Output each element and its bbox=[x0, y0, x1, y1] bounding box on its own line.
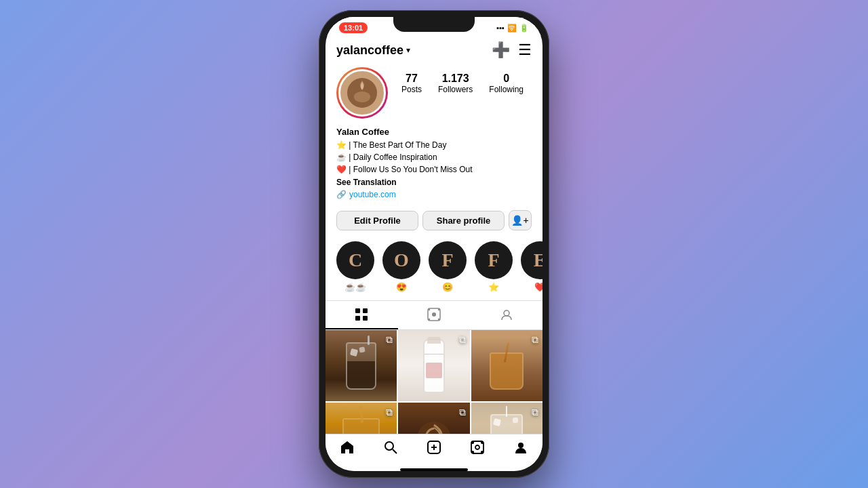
grid-item-1[interactable]: ⧉ bbox=[326, 330, 397, 401]
main-content: yalancoffee ▾ ➕ ☰ bbox=[326, 36, 542, 434]
username: yalancoffee bbox=[336, 43, 403, 58]
avatar-image bbox=[342, 73, 382, 113]
svg-point-21 bbox=[475, 445, 479, 449]
svg-line-16 bbox=[393, 449, 397, 453]
svg-point-15 bbox=[385, 442, 393, 450]
svg-point-23 bbox=[481, 442, 483, 443]
avatar-wrap bbox=[336, 67, 388, 119]
highlight-f2[interactable]: F ⭐ bbox=[475, 241, 513, 292]
search-icon bbox=[383, 440, 398, 455]
highlight-f1[interactable]: F 😊 bbox=[429, 241, 467, 292]
username-dropdown-icon[interactable]: ▾ bbox=[406, 45, 410, 55]
grid-overlay-icon-4: ⧉ bbox=[386, 407, 393, 418]
posts-label: Posts bbox=[401, 85, 422, 94]
grid-overlay-icon-1: ⧉ bbox=[386, 334, 393, 346]
see-translation[interactable]: See Translation bbox=[336, 178, 532, 187]
highlight-e[interactable]: E ❤️ bbox=[521, 241, 542, 292]
nav-profile[interactable] bbox=[513, 440, 528, 455]
tab-tagged[interactable] bbox=[470, 301, 542, 329]
followers-label: Followers bbox=[438, 85, 473, 94]
grid-tab-icon bbox=[355, 308, 368, 321]
share-profile-button[interactable]: Share profile bbox=[422, 211, 505, 230]
stats-row: 77 Posts 1.173 Followers 0 Following bbox=[326, 64, 542, 127]
content-tabs bbox=[326, 300, 542, 330]
following-count: 0 bbox=[503, 73, 509, 85]
highlight-circle-f1: F bbox=[429, 241, 467, 279]
signal-icon: ▪▪▪ bbox=[496, 24, 505, 32]
reels-icon bbox=[470, 440, 485, 455]
svg-rect-3 bbox=[355, 308, 360, 313]
grid-item-4[interactable]: ⧉ bbox=[326, 403, 397, 434]
grid-overlay-icon-5: ⧉ bbox=[459, 407, 466, 418]
highlight-circle-e: E bbox=[521, 241, 542, 279]
tab-reels[interactable] bbox=[398, 301, 471, 329]
grid-overlay-icon-3: ⧉ bbox=[532, 334, 538, 346]
phone-screen: 13:01 ▪▪▪ 🛜 🔋 yalancoffee ▾ ➕ ☰ bbox=[326, 17, 542, 471]
highlight-emoji-f2: ⭐ bbox=[488, 282, 499, 292]
svg-point-26 bbox=[518, 443, 524, 448]
grid-item-3[interactable]: ⧉ bbox=[471, 330, 542, 401]
battery-icon: 🔋 bbox=[519, 24, 529, 33]
svg-rect-4 bbox=[363, 308, 368, 313]
bio-link[interactable]: 🔗 youtube.com bbox=[336, 190, 532, 199]
svg-point-13 bbox=[504, 310, 509, 316]
bio-name: Yalan Coffee bbox=[336, 127, 532, 137]
tab-grid[interactable] bbox=[326, 301, 398, 329]
bio-line-1: ⭐ | The Best Part Of The Day bbox=[336, 139, 532, 151]
svg-point-12 bbox=[438, 319, 439, 320]
highlights-row: C ☕☕ O 😍 F 😊 F ⭐ E ❤️ bbox=[326, 236, 542, 300]
home-icon bbox=[340, 440, 355, 455]
highlight-emoji-o: 😍 bbox=[396, 282, 407, 292]
add-post-icon[interactable]: ➕ bbox=[492, 41, 510, 59]
svg-point-11 bbox=[429, 319, 430, 320]
avatar[interactable] bbox=[338, 69, 386, 117]
bottom-nav bbox=[326, 434, 542, 466]
posts-stat[interactable]: 77 Posts bbox=[401, 73, 422, 94]
reels-tab-icon bbox=[427, 308, 441, 321]
svg-point-22 bbox=[472, 442, 473, 443]
highlight-circle-o: O bbox=[382, 241, 420, 279]
grid-item-6[interactable]: Iced Latte ⧉ bbox=[471, 403, 542, 434]
nav-home[interactable] bbox=[340, 440, 355, 455]
link-icon: 🔗 bbox=[336, 190, 347, 199]
bio-line-2: ☕ | Daily Coffee Inspiration bbox=[336, 151, 532, 163]
add-person-icon: 👤+ bbox=[511, 215, 528, 226]
highlight-emoji-c: ☕☕ bbox=[344, 282, 366, 292]
highlight-emoji-f1: 😊 bbox=[442, 282, 453, 292]
grid-item-2[interactable]: ⧉ bbox=[398, 330, 469, 401]
username-row: yalancoffee ▾ bbox=[336, 43, 410, 58]
bio-section: Yalan Coffee ⭐ | The Best Part Of The Da… bbox=[326, 127, 542, 205]
photo-grid: ⧉ ⧉ bbox=[326, 330, 542, 434]
highlight-emoji-e: ❤️ bbox=[534, 282, 542, 292]
highlight-c[interactable]: C ☕☕ bbox=[336, 241, 374, 292]
svg-point-24 bbox=[472, 451, 473, 453]
followers-stat[interactable]: 1.173 Followers bbox=[438, 73, 473, 94]
link-url[interactable]: youtube.com bbox=[349, 190, 396, 199]
swirl-svg bbox=[414, 418, 454, 434]
edit-profile-button[interactable]: Edit Profile bbox=[336, 211, 418, 230]
svg-point-10 bbox=[438, 309, 439, 310]
stats-numbers: 77 Posts 1.173 Followers 0 Following bbox=[393, 67, 532, 94]
svg-point-25 bbox=[481, 451, 483, 453]
svg-rect-5 bbox=[355, 316, 360, 321]
profile-header: yalancoffee ▾ ➕ ☰ bbox=[326, 36, 542, 64]
nav-new-post[interactable] bbox=[427, 440, 441, 455]
bio-line-3: ❤️ | Follow Us So You Don't Miss Out bbox=[336, 163, 532, 176]
notch bbox=[393, 17, 475, 32]
posts-count: 77 bbox=[406, 73, 418, 85]
highlight-o[interactable]: O 😍 bbox=[382, 241, 420, 292]
grid-item-5[interactable]: ⧉ bbox=[398, 403, 469, 434]
svg-point-2 bbox=[354, 92, 370, 102]
phone-frame: 13:01 ▪▪▪ 🛜 🔋 yalancoffee ▾ ➕ ☰ bbox=[319, 10, 549, 478]
new-post-icon bbox=[427, 440, 441, 455]
add-friend-button[interactable]: 👤+ bbox=[509, 210, 532, 230]
action-buttons: Edit Profile Share profile 👤+ bbox=[326, 205, 542, 236]
svg-point-9 bbox=[429, 309, 430, 310]
highlight-circle-f2: F bbox=[475, 241, 513, 279]
status-icons: ▪▪▪ 🛜 🔋 bbox=[496, 24, 529, 33]
following-stat[interactable]: 0 Following bbox=[489, 73, 524, 94]
nav-search[interactable] bbox=[383, 440, 398, 455]
wifi-icon: 🛜 bbox=[507, 24, 517, 33]
menu-icon[interactable]: ☰ bbox=[518, 41, 532, 59]
nav-reels[interactable] bbox=[470, 440, 485, 455]
